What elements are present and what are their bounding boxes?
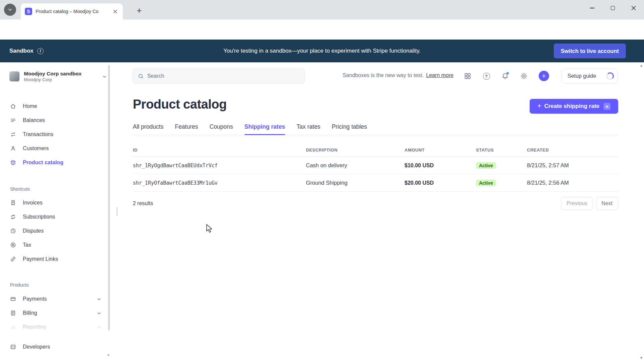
balances-icon <box>10 117 16 123</box>
cell-created: 8/21/25, 2:57 AM <box>527 162 618 169</box>
help-icon: ? <box>483 73 490 80</box>
browser-tab[interactable]: S Product catalog – Moodjoy Co <box>21 3 123 19</box>
page-scroll-down-arrow[interactable]: ▼ <box>640 356 643 360</box>
search-bar[interactable] <box>133 69 305 83</box>
sidebar-item-label: Developers <box>23 344 50 350</box>
sidebar-item-label: Invoices <box>23 200 43 206</box>
tab-all-products[interactable]: All products <box>133 123 163 135</box>
sidebar-item-payment-links[interactable]: Payment Links <box>5 252 105 266</box>
chevron-down-icon <box>97 311 101 315</box>
status-badge: Active <box>476 180 496 186</box>
sidebar-item-customers[interactable]: Customers <box>5 141 105 156</box>
sidebar-item-subscriptions[interactable]: Subscriptions <box>5 210 105 224</box>
subscriptions-icon <box>10 214 16 220</box>
sidebar-scroll-down-arrow[interactable]: ▼ <box>107 353 110 357</box>
switch-to-live-button[interactable]: Switch to live account <box>554 44 626 58</box>
sidebar-item-label: Billing <box>23 310 37 316</box>
settings-button[interactable] <box>520 72 528 80</box>
sidebar-item-disputes[interactable]: Disputes <box>5 224 105 238</box>
sidebar-item-developers[interactable]: Developers <box>5 340 105 354</box>
products-section-label: Products <box>10 282 29 288</box>
tab-shipping-rates[interactable]: Shipping rates <box>245 123 285 135</box>
sidebar-item-transactions[interactable]: Transactions <box>5 127 105 141</box>
sidebar-resize-handle[interactable] <box>117 207 117 216</box>
sidebar: Moodjoy Corp sandbox Moodjoy Corp Home B… <box>0 62 115 362</box>
help-button[interactable]: ? <box>482 72 490 80</box>
notifications-button[interactable] <box>501 72 509 80</box>
create-button-label: Create shipping rate <box>544 103 599 110</box>
new-tab-button[interactable]: + <box>133 5 145 16</box>
setup-guide-label: Setup guide <box>568 73 596 79</box>
account-switcher[interactable]: Moodjoy Corp sandbox Moodjoy Corp <box>9 70 107 83</box>
cell-description: Cash on delivery <box>306 162 405 169</box>
sidebar-item-tax[interactable]: Tax <box>5 238 105 252</box>
sidebar-item-label: Subscriptions <box>23 214 55 220</box>
next-page-button[interactable]: Next <box>596 197 618 210</box>
close-icon <box>631 6 636 10</box>
sidebar-item-label: Reporting <box>23 324 46 330</box>
window-controls <box>582 0 644 16</box>
sidebar-item-home[interactable]: Home <box>5 99 105 113</box>
window-minimize-button[interactable] <box>582 0 602 16</box>
billing-icon <box>10 310 16 316</box>
learn-more-link[interactable]: Learn more <box>426 72 453 78</box>
tab-pricing-tables[interactable]: Pricing tables <box>332 123 367 135</box>
products-nav: Payments Billing Reporting <box>5 292 105 334</box>
apps-grid-icon <box>464 72 471 80</box>
developers-icon <box>10 344 16 350</box>
transactions-icon <box>10 131 16 137</box>
developers-nav: Developers <box>5 340 105 354</box>
cell-status: Active <box>476 180 527 186</box>
sandbox-banner: You're testing in a sandbox—your place t… <box>0 40 644 62</box>
chevron-down-icon <box>8 7 12 12</box>
plus-icon: + <box>542 72 546 80</box>
cell-id: shr_1RyOfaBawrtCaaBE33Mr1uGv <box>133 180 306 186</box>
setup-guide-button[interactable]: Setup guide <box>561 69 618 83</box>
chevron-down-icon <box>97 325 101 329</box>
sidebar-item-product-catalog[interactable]: Product catalog <box>5 156 105 170</box>
create-shipping-rate-button[interactable]: + Create shipping rate n <box>530 99 618 114</box>
tab-title: Product catalog – Moodjoy Co <box>36 9 108 14</box>
window-maximize-button[interactable] <box>602 0 623 16</box>
tab-close-button[interactable] <box>111 8 119 15</box>
page-scroll-up-arrow[interactable]: ▲ <box>640 64 643 67</box>
cell-amount: $10.00 USD <box>405 163 476 169</box>
sidebar-item-invoices[interactable]: Invoices <box>5 196 105 210</box>
browser-toolbar: dashboard.stripe.com/test/shipping-rates… <box>0 19 644 40</box>
progress-spinner <box>606 72 614 80</box>
table-header: ID DESCRIPTION AMOUNT STATUS CREATED <box>133 143 618 157</box>
catalog-tabs: All products Features Coupons Shipping r… <box>133 123 618 135</box>
account-name: Moodjoy Corp sandbox <box>24 70 82 77</box>
window-close-button[interactable] <box>623 0 644 16</box>
tab-coupons[interactable]: Coupons <box>210 123 233 135</box>
sidebar-item-label: Tax <box>23 242 31 248</box>
payments-icon <box>10 296 16 302</box>
sidebar-item-balances[interactable]: Balances <box>5 113 105 127</box>
tax-icon <box>10 242 16 248</box>
apps-button[interactable] <box>464 72 472 80</box>
column-header-description: DESCRIPTION <box>306 147 405 153</box>
sidebar-scrollbar[interactable] <box>108 65 110 330</box>
chevron-down-icon <box>102 74 107 79</box>
sidebar-item-payments[interactable]: Payments <box>5 292 105 306</box>
search-input[interactable] <box>147 73 300 79</box>
sidebar-item-label: Home <box>23 103 37 109</box>
tab-search-button[interactable] <box>4 4 16 16</box>
tab-features[interactable]: Features <box>175 123 198 135</box>
cell-status: Active <box>476 162 527 169</box>
disputes-icon <box>10 228 16 234</box>
tab-tax-rates[interactable]: Tax rates <box>297 123 320 135</box>
reporting-icon <box>10 324 16 330</box>
table-row[interactable]: shr_1RyOfaBawrtCaaBE33Mr1uGv Ground Ship… <box>133 174 618 192</box>
table-row[interactable]: shr_1RyOgdBawrtCaaBEUdxTrVcf Cash on del… <box>133 157 618 174</box>
notice-text: Sandboxes is the new way to test. <box>342 72 424 78</box>
previous-page-button[interactable]: Previous <box>561 197 593 210</box>
column-header-created: CREATED <box>527 147 618 153</box>
sandbox-banner-label: Sandbox i <box>9 40 44 62</box>
close-icon <box>113 10 117 13</box>
info-icon[interactable]: i <box>37 48 44 54</box>
sidebar-item-reporting[interactable]: Reporting <box>5 320 105 334</box>
sidebar-item-billing[interactable]: Billing <box>5 306 105 320</box>
create-menu-button[interactable]: + <box>539 71 549 81</box>
shortcuts-nav: Invoices Subscriptions Disputes Tax Paym… <box>5 196 105 266</box>
